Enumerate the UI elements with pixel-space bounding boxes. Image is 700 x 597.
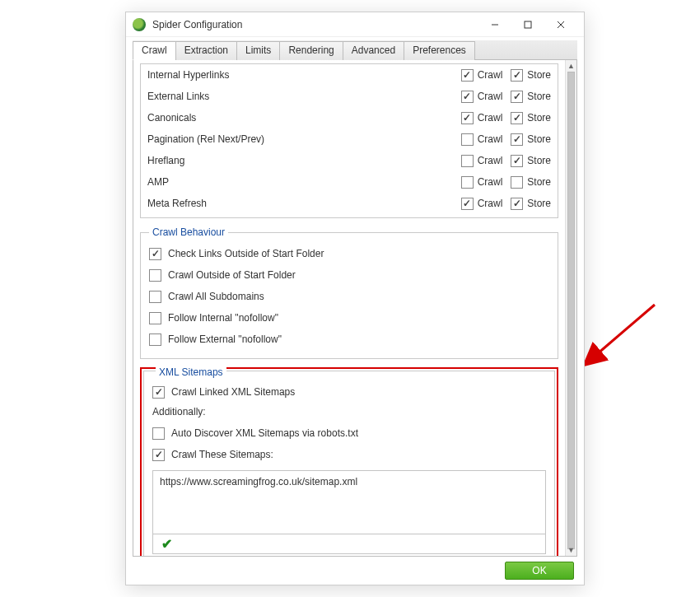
option-row: Crawl All Subdomains [149,286,549,307]
crawl-checkbox-label: Crawl [478,198,503,209]
crawl-checkbox[interactable] [461,91,474,103]
resource-row: Meta Refresh Crawl Store [147,193,551,214]
option-label: Check Links Outside of Start Folder [168,248,324,259]
option-label: Auto Discover XML Sitemaps via robots.tx… [171,427,358,439]
resource-row: AMP Crawl Store [147,171,551,193]
resource-label: Canonicals [147,112,453,124]
app-icon [133,18,146,31]
vertical-scrollbar[interactable]: ▲ ▼ [565,60,576,556]
tab-advanced[interactable]: Advanced [343,41,404,60]
option-label: Crawl Linked XML Sitemaps [171,386,295,398]
tab-page-crawl: Internal Hyperlinks Crawl Store External… [133,60,577,557]
crawl-behaviour-group: Crawl Behaviour Check Links Outside of S… [140,226,558,359]
tab-bar: Crawl Extraction Limits Rendering Advanc… [133,40,577,60]
resource-list: Internal Hyperlinks Crawl Store External… [140,63,558,218]
store-checkbox-label: Store [527,155,551,166]
crawl-checkbox[interactable] [461,198,474,210]
annotation-arrow-icon [585,296,659,371]
crawl-checkbox-label: Crawl [478,112,503,124]
resource-label: External Links [147,91,453,102]
option-row: Crawl Outside of Start Folder [149,264,549,286]
store-checkbox-label: Store [527,69,551,81]
crawl-checkbox[interactable] [461,155,474,167]
crawl-checkbox[interactable] [461,112,474,124]
dialog-window: Spider Configuration Crawl Extraction Li… [125,12,585,585]
resource-row: Internal Hyperlinks Crawl Store [147,64,551,86]
store-checkbox[interactable] [511,198,523,210]
xml-sitemaps-group: XML Sitemaps Crawl Linked XML Sitemaps A… [143,371,555,556]
tab-limits[interactable]: Limits [236,41,280,60]
store-checkbox-label: Store [527,198,551,209]
resource-row: Pagination (Rel Next/Prev) Crawl Store [147,128,551,150]
option-row: Crawl Linked XML Sitemaps [152,381,546,403]
store-checkbox[interactable] [511,112,523,124]
option-row: Follow External "nofollow" [149,329,549,350]
tab-rendering[interactable]: Rendering [279,41,343,60]
option-checkbox[interactable] [152,386,165,399]
crawl-behaviour-legend: Crawl Behaviour [149,226,228,238]
option-label: Crawl All Subdomains [168,291,264,302]
titlebar[interactable]: Spider Configuration [126,12,584,37]
minimize-button[interactable] [478,13,511,36]
resource-label: AMP [147,176,453,188]
option-row: Follow Internal "nofollow" [149,307,549,329]
scrollbar-thumb[interactable] [567,72,575,549]
resource-row: Canonicals Crawl Store [147,107,551,128]
option-checkbox[interactable] [149,248,161,260]
dialog-footer: OK [505,562,574,580]
store-checkbox[interactable] [511,176,523,189]
store-checkbox-label: Store [527,91,551,102]
store-checkbox[interactable] [511,69,523,82]
crawl-checkbox-label: Crawl [478,155,503,166]
content-area: Crawl Extraction Limits Rendering Advanc… [133,40,577,557]
ok-button[interactable]: OK [505,562,574,580]
close-button[interactable] [544,13,577,36]
store-checkbox-label: Store [527,176,551,188]
scroll-up-icon[interactable]: ▲ [566,60,576,72]
option-label: Crawl Outside of Start Folder [168,269,296,281]
scroll-viewport: Internal Hyperlinks Crawl Store External… [133,60,565,556]
sitemap-url-value: https://www.screamingfrog.co.uk/sitemap.… [160,476,357,487]
option-checkbox[interactable] [149,312,161,324]
store-checkbox-label: Store [527,112,551,124]
option-label: Follow Internal "nofollow" [168,312,278,324]
store-checkbox[interactable] [511,133,523,146]
scroll-down-icon[interactable]: ▼ [566,544,576,556]
crawl-checkbox[interactable] [461,176,474,189]
store-checkbox-label: Store [527,133,551,145]
option-checkbox[interactable] [152,427,165,440]
option-label: Follow External "nofollow" [168,333,282,345]
resource-label: Pagination (Rel Next/Prev) [147,133,453,145]
svg-rect-1 [525,21,531,28]
option-checkbox[interactable] [149,291,161,303]
option-checkbox[interactable] [152,449,165,461]
option-checkbox[interactable] [149,333,161,346]
resource-label: Meta Refresh [147,198,453,209]
xml-sitemaps-legend: XML Sitemaps [156,366,226,378]
crawl-checkbox-label: Crawl [478,133,503,145]
crawl-checkbox[interactable] [461,133,474,146]
option-label: Crawl These Sitemaps: [171,449,273,460]
additionally-label: Additionally: [152,406,546,417]
crawl-checkbox[interactable] [461,69,474,82]
checkmark-icon: ✔ [161,536,172,552]
resource-row: Hreflang Crawl Store [147,150,551,171]
store-checkbox[interactable] [511,155,523,167]
maximize-button[interactable] [511,13,544,36]
option-row: Crawl These Sitemaps: [152,444,546,465]
tab-crawl[interactable]: Crawl [133,41,176,60]
option-row: Auto Discover XML Sitemaps via robots.tx… [152,422,546,444]
tab-extraction[interactable]: Extraction [175,41,237,60]
tab-preferences[interactable]: Preferences [404,41,475,60]
store-checkbox[interactable] [511,91,523,103]
svg-line-4 [597,305,655,354]
option-row: Check Links Outside of Start Folder [149,243,549,264]
option-checkbox[interactable] [149,269,161,282]
resource-label: Hreflang [147,155,453,166]
crawl-checkbox-label: Crawl [478,176,503,188]
xml-sitemaps-highlight: XML Sitemaps Crawl Linked XML Sitemaps A… [140,367,558,556]
resource-row: External Links Crawl Store [147,86,551,107]
sitemap-url-textarea[interactable]: https://www.screamingfrog.co.uk/sitemap.… [152,470,546,534]
crawl-checkbox-label: Crawl [478,69,503,81]
resource-label: Internal Hyperlinks [147,69,453,81]
